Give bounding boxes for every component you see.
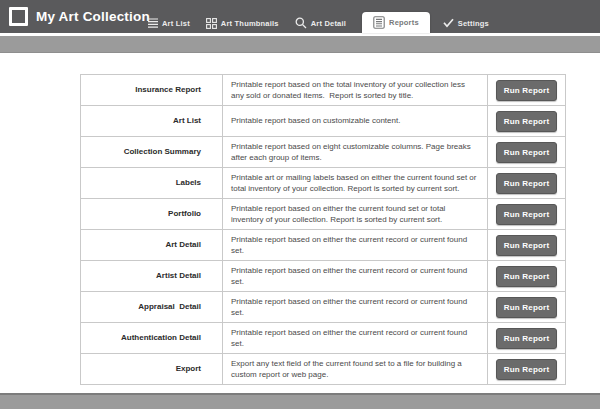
- table-row: Insurance Report Printable report based …: [81, 75, 566, 106]
- report-action-cell: Run Report: [488, 168, 566, 199]
- tab-art-thumbnails[interactable]: Art Thumbnails: [198, 13, 287, 33]
- tab-bar: Art List Art Thumbnails Art Detail Repor…: [140, 0, 497, 33]
- run-report-button[interactable]: Run Report: [496, 266, 558, 287]
- report-action-cell: Run Report: [488, 199, 566, 230]
- tab-reports[interactable]: Reports: [362, 12, 430, 33]
- tab-settings[interactable]: Settings: [435, 13, 497, 33]
- tab-art-detail[interactable]: Art Detail: [287, 13, 354, 33]
- table-row: Appraisal Detail Printable report based …: [81, 292, 566, 323]
- report-name: Authentication Detail: [81, 323, 223, 354]
- report-description: Printable report based on either the cur…: [223, 230, 488, 261]
- report-action-cell: Run Report: [488, 137, 566, 168]
- status-bar: [0, 393, 600, 409]
- tab-label: Art Detail: [311, 19, 346, 28]
- run-report-button[interactable]: Run Report: [496, 80, 558, 101]
- report-action-cell: Run Report: [488, 106, 566, 137]
- grid-icon: [206, 18, 217, 29]
- report-action-cell: Run Report: [488, 354, 566, 385]
- list-icon: [148, 18, 158, 28]
- report-action-cell: Run Report: [488, 261, 566, 292]
- report-description: Printable report based on eight customiz…: [223, 137, 488, 168]
- run-report-button[interactable]: Run Report: [496, 142, 558, 163]
- report-description: Printable report based on the total inve…: [223, 75, 488, 106]
- tab-label: Art Thumbnails: [221, 19, 279, 28]
- run-report-button[interactable]: Run Report: [496, 173, 558, 194]
- report-name: Art Detail: [81, 230, 223, 261]
- report-action-cell: Run Report: [488, 323, 566, 354]
- report-action-cell: Run Report: [488, 75, 566, 106]
- app-header: My Art Collection Art List Art Thumbnail…: [0, 0, 600, 33]
- report-description: Printable report based on either the cur…: [223, 323, 488, 354]
- report-name: Export: [81, 354, 223, 385]
- table-row: Art Detail Printable report based on eit…: [81, 230, 566, 261]
- run-report-button[interactable]: Run Report: [496, 204, 558, 225]
- report-description: Printable report based on customizable c…: [223, 106, 488, 137]
- report-description: Printable report based on either the cur…: [223, 292, 488, 323]
- picture-frame-logo-icon: [9, 7, 28, 26]
- report-name: Collection Summary: [81, 137, 223, 168]
- document-icon: [373, 16, 385, 29]
- run-report-button[interactable]: Run Report: [496, 111, 558, 132]
- app-title: My Art Collection: [36, 9, 150, 24]
- tab-label: Settings: [458, 19, 489, 28]
- report-name: Labels: [81, 168, 223, 199]
- report-name: Art List: [81, 106, 223, 137]
- reports-table: Insurance Report Printable report based …: [80, 74, 566, 385]
- report-name: Artist Detail: [81, 261, 223, 292]
- run-report-button[interactable]: Run Report: [496, 235, 558, 256]
- report-name: Insurance Report: [81, 75, 223, 106]
- report-name: Appraisal Detail: [81, 292, 223, 323]
- tab-label: Art List: [162, 19, 190, 28]
- tab-label: Reports: [389, 18, 419, 27]
- table-row: Artist Detail Printable report based on …: [81, 261, 566, 292]
- run-report-button[interactable]: Run Report: [496, 328, 558, 349]
- checkmark-icon: [443, 18, 454, 28]
- report-name: Portfolio: [81, 199, 223, 230]
- reports-page: Insurance Report Printable report based …: [0, 53, 600, 385]
- report-description: Printable report based on either the cur…: [223, 261, 488, 292]
- run-report-button[interactable]: Run Report: [496, 297, 558, 318]
- table-row: Portfolio Printable report based on eith…: [81, 199, 566, 230]
- toolbar-band: [0, 36, 600, 53]
- report-action-cell: Run Report: [488, 292, 566, 323]
- report-action-cell: Run Report: [488, 230, 566, 261]
- table-row: Labels Printable art or mailing labels b…: [81, 168, 566, 199]
- report-description: Printable report based on either the cur…: [223, 199, 488, 230]
- report-description: Printable art or mailing labels based on…: [223, 168, 488, 199]
- run-report-button[interactable]: Run Report: [496, 359, 558, 380]
- table-row: Art List Printable report based on custo…: [81, 106, 566, 137]
- report-description: Export any text field of the current fou…: [223, 354, 488, 385]
- table-row: Collection Summary Printable report base…: [81, 137, 566, 168]
- tab-art-list[interactable]: Art List: [140, 13, 198, 33]
- table-row: Export Export any text field of the curr…: [81, 354, 566, 385]
- search-icon: [295, 17, 307, 29]
- app-window: My Art Collection Art List Art Thumbnail…: [0, 0, 600, 409]
- table-row: Authentication Detail Printable report b…: [81, 323, 566, 354]
